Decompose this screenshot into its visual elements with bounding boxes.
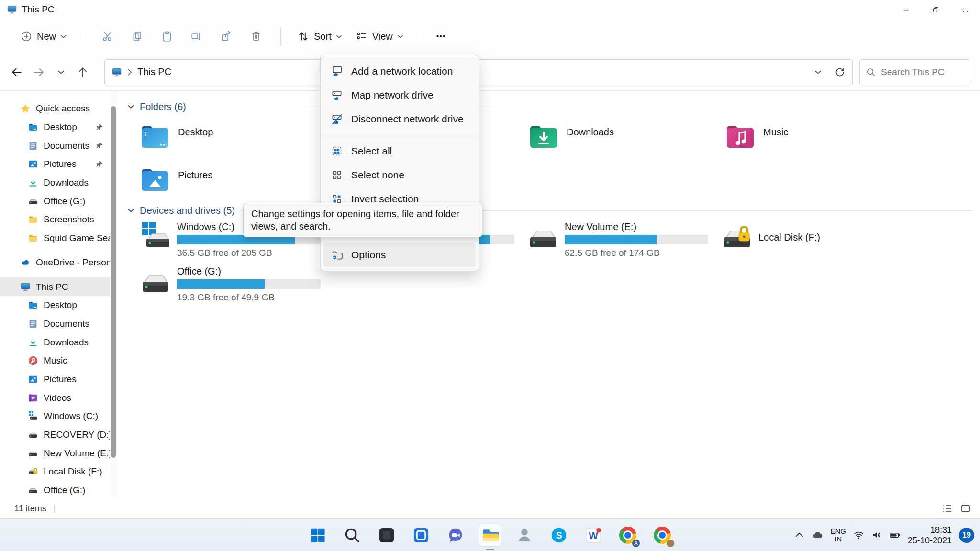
notification-count-badge[interactable]: 19 (959, 528, 974, 543)
copy-button[interactable] (122, 25, 152, 48)
sidebar-item-windows-c[interactable]: Windows (C:) (0, 407, 110, 426)
large-icons-view-icon[interactable] (960, 503, 971, 514)
sidebar-item-videos[interactable]: Videos (0, 388, 110, 407)
taskbar-app-dark-icon[interactable] (376, 524, 398, 546)
sidebar-item-desktop[interactable]: Desktop (0, 118, 110, 137)
file-list-area: Folders (6) Desktop Downloads Music Pict… (117, 91, 980, 498)
collapse-chevron-icon[interactable] (127, 208, 134, 213)
sidebar-item-music[interactable]: Music (0, 352, 110, 370)
sidebar-item-documents-2[interactable]: Documents (0, 315, 110, 333)
sidebar-item-squid-game[interactable]: Squid Game Sea (0, 229, 110, 248)
drive-tile-new-volume-e[interactable]: New Volume (E:) 62.5 GB free of 174 GB (527, 221, 715, 258)
new-button[interactable]: New (13, 25, 73, 47)
share-button[interactable] (212, 25, 241, 48)
back-button[interactable] (6, 61, 28, 83)
details-view-icon[interactable] (942, 503, 953, 514)
menu-item-options[interactable]: Options (323, 243, 476, 267)
desktop-screen: This PC New Sort View (0, 0, 980, 551)
sidebar-item-quick-access[interactable]: Quick access (0, 99, 110, 118)
taskbar-skype-icon[interactable]: S (548, 524, 570, 546)
address-dropdown-icon[interactable] (814, 70, 822, 75)
this-pc-icon (7, 4, 17, 15)
window-body: Quick access Desktop Documents Pictures … (0, 91, 980, 498)
pin-icon (95, 142, 103, 150)
sidebar-item-this-pc[interactable]: This PC (0, 277, 110, 296)
profile-badge: A (632, 539, 640, 548)
drive-windows-icon (28, 411, 38, 421)
menu-item-map-network-drive[interactable]: Map network drive (323, 83, 476, 107)
folder-tile-downloads[interactable]: Downloads (528, 123, 715, 150)
show-hidden-icons-chevron[interactable] (794, 529, 805, 540)
minimize-button[interactable] (891, 0, 921, 19)
delete-button[interactable] (241, 25, 271, 48)
recent-locations-button[interactable] (50, 61, 72, 83)
taskbar-chrome-b-icon[interactable] (651, 524, 673, 546)
folder-tile-desktop[interactable]: Desktop (140, 123, 326, 150)
menu-item-disconnect-network-drive[interactable]: Disconnect network drive (323, 107, 476, 131)
back-arrow-icon (11, 66, 23, 78)
taskbar-chrome-a-icon[interactable]: A (617, 524, 639, 546)
wifi-icon[interactable] (853, 529, 864, 540)
sidebar-item-screenshots[interactable]: Screenshots (0, 210, 110, 229)
taskbar-word-icon[interactable]: W (582, 524, 604, 546)
taskbar-search-icon[interactable] (341, 524, 363, 546)
sidebar-item-pictures-2[interactable]: Pictures (0, 370, 110, 389)
drive-tile-office-g[interactable]: Office (G:) 19.3 GB free of 49.9 GB (140, 266, 327, 303)
battery-icon[interactable] (890, 529, 901, 540)
sidebar-item-downloads-2[interactable]: Downloads (0, 333, 110, 352)
forward-arrow-icon (33, 66, 45, 78)
menu-item-select-all[interactable]: Select all (323, 139, 476, 163)
volume-icon[interactable] (871, 529, 882, 540)
folder-tile-pictures[interactable]: Pictures (140, 166, 326, 193)
sidebar-item-recovery-d[interactable]: RECOVERY (D:) (0, 426, 110, 444)
taskbar-explorer-icon[interactable] (479, 524, 501, 546)
taskbar: S W A ENG IN 18:31 25-10-2021 19 (0, 518, 980, 551)
folder-tile-music[interactable]: Music (725, 123, 912, 150)
breadcrumb[interactable]: This PC (137, 66, 171, 77)
refresh-icon[interactable] (834, 66, 846, 78)
documents-icon (28, 319, 38, 329)
chevron-down-icon (60, 34, 67, 39)
sort-button[interactable]: Sort (290, 25, 349, 47)
search-input[interactable] (881, 67, 963, 77)
see-more-button[interactable]: ••• (430, 27, 453, 45)
menu-item-select-none[interactable]: Select none (323, 163, 476, 187)
folders-section-header[interactable]: Folders (6) (127, 100, 972, 113)
rename-button[interactable] (182, 25, 212, 48)
sidebar-item-new-volume-e[interactable]: New Volume (E:) (0, 444, 110, 463)
paste-button[interactable] (152, 25, 182, 48)
word-icon: W (584, 526, 602, 544)
sidebar-item-office-g[interactable]: Office (G:) (0, 192, 110, 210)
date: 25-10-2021 (908, 535, 952, 546)
collapse-chevron-icon[interactable] (127, 104, 134, 109)
sidebar-item-downloads[interactable]: Downloads (0, 174, 110, 192)
language-indicator[interactable]: ENG IN (830, 528, 846, 543)
taskbar-user-app-icon[interactable] (513, 524, 535, 546)
sidebar-item-onedrive[interactable]: OneDrive - Person (0, 253, 110, 272)
up-button[interactable] (72, 61, 94, 83)
clock[interactable]: 18:31 25-10-2021 (908, 525, 952, 546)
sidebar-scrollbar[interactable] (110, 91, 117, 498)
search-box[interactable] (859, 59, 969, 85)
drive-tile-local-disk-f[interactable]: Local Disk (F:) (721, 221, 909, 243)
sidebar-item-documents[interactable]: Documents (0, 136, 110, 155)
taskbar-chat-icon[interactable] (445, 524, 467, 546)
onedrive-cloud-tray-icon[interactable] (812, 529, 823, 540)
time: 18:31 (908, 525, 952, 535)
downloads-icon (28, 177, 38, 188)
scrollbar-thumb[interactable] (111, 106, 116, 458)
drive-lock-icon (721, 221, 752, 251)
capacity-bar (177, 279, 321, 289)
sidebar-item-local-disk-f[interactable]: Local Disk (F:) (0, 463, 110, 481)
view-button[interactable]: View (349, 25, 410, 47)
restore-button[interactable] (921, 0, 950, 19)
sidebar-item-office-g-2[interactable]: Office (G:) (0, 481, 110, 498)
taskbar-taskview-icon[interactable] (410, 524, 432, 546)
sidebar-item-desktop-2[interactable]: Desktop (0, 296, 110, 315)
taskbar-start-icon[interactable] (307, 524, 329, 546)
close-button[interactable] (950, 0, 980, 19)
menu-item-add-network-location[interactable]: Add a network location (323, 59, 476, 83)
cut-button[interactable] (93, 25, 122, 48)
forward-button[interactable] (28, 61, 50, 83)
sidebar-item-pictures[interactable]: Pictures (0, 155, 110, 174)
